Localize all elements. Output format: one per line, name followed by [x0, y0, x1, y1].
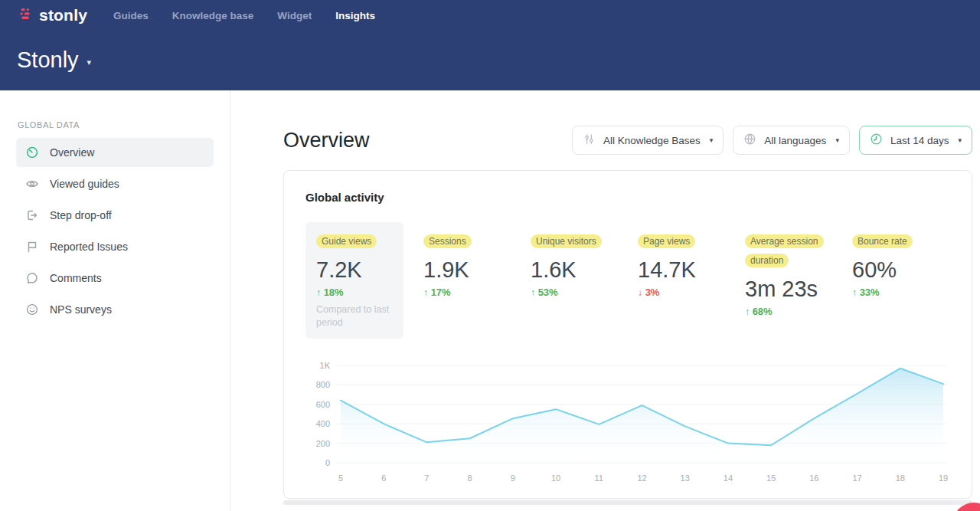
svg-text:11: 11 — [595, 473, 603, 483]
main-content: Overview All Knowledge Bases ▾ — [230, 90, 980, 511]
metric-delta: ↑ 18% — [316, 287, 393, 298]
svg-text:600: 600 — [316, 399, 330, 408]
metric-tile-sessions[interactable]: Sessions 1.9K ↑ 17% — [413, 222, 520, 339]
metric-tile-page-views[interactable]: Page views 14.7K ↓ 3% — [627, 222, 734, 339]
nav-item-guides[interactable]: Guides — [113, 10, 149, 21]
svg-text:8: 8 — [468, 473, 472, 483]
svg-text:0: 0 — [325, 458, 330, 467]
languages-dropdown[interactable]: All languages ▾ — [733, 126, 850, 155]
arrow-up-icon: ↑ — [852, 287, 857, 298]
logo-wordmark: stonly — [39, 6, 87, 25]
metric-label: Sessions — [423, 234, 472, 248]
flag-icon — [25, 240, 39, 254]
svg-text:12: 12 — [637, 473, 646, 483]
smiley-icon — [25, 303, 39, 316]
arrow-up-icon: ↑ — [531, 287, 535, 298]
chevron-down-icon: ▾ — [958, 136, 962, 144]
sidebar-item-comments[interactable]: Comments — [16, 264, 214, 293]
step-out-icon — [25, 208, 39, 222]
sidebar-item-reported-issues[interactable]: Reported Issues — [16, 232, 214, 261]
metric-value: 14.7K — [638, 257, 724, 283]
svg-text:19: 19 — [939, 473, 948, 483]
metric-tiles: Guide views 7.2K ↑ 18% Compared to last … — [305, 222, 950, 339]
metric-note: Compared to last period — [316, 303, 393, 329]
arrow-up-icon: ↑ — [423, 287, 428, 298]
svg-text:17: 17 — [852, 473, 861, 483]
metric-delta: ↓ 3% — [638, 287, 724, 298]
date-range-dropdown[interactable]: Last 14 days ▾ — [859, 126, 972, 155]
filter-bar: All Knowledge Bases ▾ All languages ▾ — [572, 126, 972, 155]
metric-label: Bounce rate — [852, 234, 913, 248]
svg-text:16: 16 — [809, 473, 818, 483]
top-header: stonly Guides Knowledge base Widget Insi… — [0, 0, 980, 90]
metric-label: Page views — [638, 234, 695, 248]
metric-label: Average session duration — [745, 234, 824, 267]
dropdown-label: Last 14 days — [890, 135, 949, 146]
svg-text:15: 15 — [766, 473, 776, 483]
sidebar-section-label: GLOBAL DATA — [0, 120, 230, 129]
globe-icon — [743, 133, 756, 148]
stonly-logo[interactable]: stonly — [18, 6, 87, 25]
activity-area-chart: 1K80060040020005678910111213141516171819 — [305, 352, 950, 492]
page-background-gap — [283, 500, 972, 505]
metric-value: 60% — [852, 257, 938, 283]
arrow-up-icon: ↑ — [316, 287, 321, 298]
sidebar-item-nps-surveys[interactable]: NPS surveys — [16, 295, 214, 324]
workspace-title: Stonly — [17, 47, 79, 73]
sidebar-item-step-drop-off[interactable]: Step drop-off — [16, 201, 214, 230]
gauge-icon — [25, 146, 39, 159]
metric-label: Unique visitors — [531, 234, 602, 248]
svg-text:14: 14 — [724, 473, 733, 483]
sidebar-item-overview[interactable]: Overview — [16, 138, 214, 167]
dropdown-label: All Knowledge Bases — [603, 135, 701, 146]
nav-item-knowledge-base[interactable]: Knowledge base — [172, 10, 254, 21]
page-title: Overview — [283, 129, 370, 152]
sidebar-item-label: Reported Issues — [50, 241, 128, 253]
metric-delta: ↑ 53% — [531, 287, 616, 298]
metric-value: 1.9K — [423, 257, 509, 283]
clock-icon — [870, 133, 883, 148]
global-activity-card: Global activity Guide views 7.2K ↑ 18% C… — [283, 170, 972, 499]
dropdown-label: All languages — [764, 135, 826, 146]
chevron-down-icon: ▾ — [710, 136, 714, 144]
metric-tile-unique-visitors[interactable]: Unique visitors 1.6K ↑ 53% — [520, 222, 627, 339]
metric-value: 7.2K — [316, 257, 393, 283]
svg-text:18: 18 — [896, 473, 905, 483]
sliders-icon — [583, 133, 596, 148]
arrow-down-icon: ↓ — [638, 287, 642, 298]
metric-delta: ↑ 33% — [852, 287, 938, 298]
sidebar-item-label: Comments — [50, 272, 102, 284]
svg-text:400: 400 — [316, 419, 330, 428]
sidebar-item-label: Overview — [50, 146, 94, 159]
metric-tile-avg-session-duration[interactable]: Average session duration 3m 23s ↑ 68% — [734, 222, 841, 339]
metric-value: 1.6K — [531, 257, 616, 283]
svg-text:6: 6 — [381, 473, 386, 483]
nav-item-insights[interactable]: Insights — [335, 10, 375, 21]
sidebar-item-label: NPS surveys — [50, 303, 112, 316]
sidebar-item-label: Step drop-off — [50, 209, 112, 221]
metric-tile-guide-views[interactable]: Guide views 7.2K ↑ 18% Compared to last … — [305, 222, 403, 339]
metric-tile-bounce-rate[interactable]: Bounce rate 60% ↑ 33% — [841, 222, 949, 339]
svg-text:5: 5 — [338, 473, 343, 483]
workspace-chevron-down-icon[interactable]: ▾ — [87, 53, 92, 67]
svg-text:10: 10 — [551, 473, 560, 483]
stonly-logo-icon — [18, 6, 34, 25]
metric-delta: ↑ 17% — [423, 287, 509, 298]
sidebar: GLOBAL DATA Overview Viewed guides — [0, 90, 230, 511]
eye-icon — [25, 177, 39, 191]
svg-text:9: 9 — [511, 473, 515, 483]
svg-text:13: 13 — [681, 473, 690, 483]
sidebar-item-label: Viewed guides — [50, 178, 119, 190]
metric-delta: ↑ 68% — [745, 306, 831, 317]
metric-value: 3m 23s — [745, 277, 831, 302]
primary-nav: Guides Knowledge base Widget Insights — [113, 10, 375, 21]
svg-text:200: 200 — [316, 438, 330, 447]
nav-item-widget[interactable]: Widget — [277, 10, 312, 21]
svg-text:800: 800 — [316, 380, 330, 389]
knowledge-bases-dropdown[interactable]: All Knowledge Bases ▾ — [572, 126, 724, 155]
card-title: Global activity — [305, 191, 950, 204]
svg-text:1K: 1K — [320, 361, 331, 370]
sidebar-item-viewed-guides[interactable]: Viewed guides — [16, 169, 214, 198]
svg-text:7: 7 — [424, 473, 429, 483]
comment-icon — [25, 271, 39, 285]
